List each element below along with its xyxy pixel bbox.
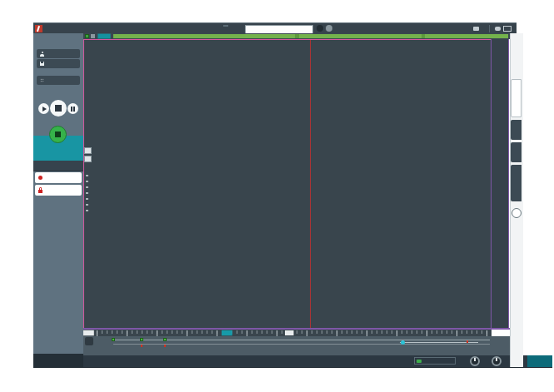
module-ok-icon <box>417 360 422 363</box>
acquisition-progress-bar <box>83 33 510 39</box>
data-marker <box>164 345 166 347</box>
dns-knob[interactable] <box>470 356 480 366</box>
eeg-waveform-viewport[interactable] <box>83 39 492 328</box>
tab-overview[interactable] <box>511 79 522 117</box>
electrodes-button[interactable] <box>37 76 80 85</box>
windows-menu[interactable] <box>33 38 83 47</box>
mute-icon[interactable] <box>326 25 332 32</box>
status-green-icon <box>85 34 89 38</box>
record-icon <box>38 176 42 180</box>
printer-icon[interactable] <box>473 27 479 31</box>
stop-button[interactable] <box>50 100 67 117</box>
scrubber-handle[interactable] <box>401 340 405 345</box>
app-logo-icon <box>35 25 42 32</box>
electrodes-icon <box>40 78 44 82</box>
trend-settings-button[interactable] <box>85 337 93 345</box>
lrb-lock-button[interactable] <box>35 185 82 196</box>
lrb-tag[interactable] <box>83 330 94 335</box>
events-track[interactable] <box>113 340 490 340</box>
divider <box>489 25 490 32</box>
tab-eeg-2[interactable] <box>511 120 522 140</box>
event-marker[interactable] <box>163 338 167 341</box>
time-ruler <box>83 330 492 336</box>
comment-dropdown-button[interactable] <box>223 25 228 27</box>
zero-tag <box>285 330 294 335</box>
modules-indicator[interactable] <box>414 357 456 365</box>
record-button[interactable] <box>35 172 82 183</box>
save-button[interactable] <box>37 59 80 68</box>
title-bar <box>33 22 517 34</box>
disk-status <box>33 354 83 367</box>
status-bar <box>33 355 552 368</box>
data-marker <box>141 345 142 347</box>
save-icon <box>40 62 44 66</box>
trend-control-row <box>83 336 510 355</box>
record-stop-button[interactable] <box>49 126 67 143</box>
setup-row[interactable] <box>33 161 83 171</box>
play-button[interactable] <box>38 103 49 114</box>
play-icon <box>42 107 47 112</box>
screenshot-icon[interactable] <box>495 27 501 31</box>
event-marker[interactable] <box>140 338 143 341</box>
hc-knob[interactable] <box>492 356 502 366</box>
person-icon <box>40 52 44 57</box>
tab-aep-2[interactable] <box>511 142 522 162</box>
lock-icon <box>38 190 42 193</box>
montage-chip[interactable] <box>84 156 92 162</box>
montage-chip[interactable] <box>84 147 92 154</box>
data-track[interactable] <box>113 344 490 345</box>
stop-icon <box>55 105 62 112</box>
sam-tag[interactable] <box>222 330 232 335</box>
tab-settings-button[interactable] <box>512 208 522 218</box>
app-window <box>0 0 554 392</box>
right-tab-strip <box>510 33 523 367</box>
channel-scale-marks <box>86 175 88 215</box>
mic-icon[interactable] <box>317 25 323 32</box>
monitor-icon[interactable] <box>503 26 512 32</box>
tab-checkliste-1[interactable] <box>511 165 522 201</box>
timestamp-column <box>492 39 509 328</box>
status-gray-icon <box>91 34 95 38</box>
scrubber-mark <box>467 340 468 343</box>
left-sidebar <box>33 33 83 367</box>
progress-fill <box>113 34 508 38</box>
patient-button[interactable] <box>37 49 80 58</box>
pause-icon <box>71 107 75 112</box>
event-marker[interactable] <box>112 338 115 341</box>
stop-icon <box>55 131 61 137</box>
time-cursor[interactable] <box>310 40 311 328</box>
pause-button[interactable] <box>67 103 78 114</box>
eeg-tag <box>97 34 110 39</box>
clock-datetime <box>527 355 552 367</box>
